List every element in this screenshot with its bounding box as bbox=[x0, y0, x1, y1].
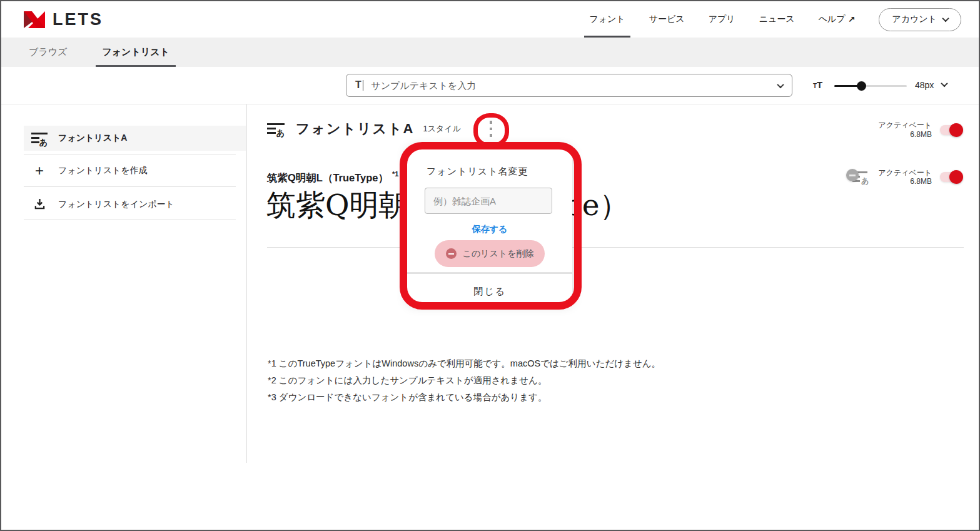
fontlist-name-input[interactable] bbox=[425, 188, 552, 214]
font-list-icon: あ bbox=[31, 131, 48, 145]
top-header: LETS フォント サービス アプリ ニュース ヘルプ ↗ アカウント bbox=[1, 1, 979, 38]
sidebar-separator bbox=[24, 186, 236, 187]
import-icon bbox=[31, 198, 48, 211]
nav-item-apps[interactable]: アプリ bbox=[707, 1, 737, 38]
font-activate-toggle[interactable] bbox=[940, 170, 963, 184]
activate-labels: アクティベート 6.8MB bbox=[878, 121, 932, 139]
font-size-controls: TT 48px bbox=[813, 67, 963, 104]
rename-title: フォントリスト名変更 bbox=[427, 166, 528, 178]
tab-browse[interactable]: ブラウズ bbox=[28, 38, 68, 67]
fontlist-header: あ フォントリストA 1スタイル bbox=[267, 119, 461, 138]
sidebar-item-label: フォントリストをインポート bbox=[58, 199, 174, 210]
activate-labels: アクティベート 6.8MB bbox=[878, 168, 932, 186]
chevron-down-icon bbox=[942, 15, 949, 22]
footnotes: *1 このTrueTypeフォントはWindowsのみで利用可能です。macOS… bbox=[268, 355, 660, 406]
sidebar-divider-line bbox=[246, 104, 247, 463]
footnote-line: *2 このフォントには入力したサンプルテキストが適用されません。 bbox=[268, 372, 660, 389]
sample-text-box[interactable]: T bbox=[346, 74, 792, 97]
close-button[interactable]: 閉じる bbox=[407, 280, 572, 303]
font-size-icon: TT bbox=[813, 79, 822, 91]
tab-bar: ブラウズ フォントリスト bbox=[1, 38, 979, 67]
file-size: 6.8MB bbox=[878, 177, 932, 186]
delete-list-label: このリストを削除 bbox=[463, 248, 534, 260]
font-size-slider[interactable] bbox=[834, 81, 907, 91]
sidebar-separator bbox=[24, 154, 236, 154]
fontlist-options-kebab-icon[interactable] bbox=[483, 117, 498, 141]
external-link-icon: ↗ bbox=[848, 14, 856, 24]
sidebar-item-create-fontlist[interactable]: + フォントリストを作成 bbox=[24, 158, 246, 183]
file-size: 6.8MB bbox=[878, 130, 932, 139]
fontlist-title: フォントリストA bbox=[296, 119, 415, 138]
account-button[interactable]: アカウント bbox=[879, 8, 961, 31]
sample-toolbar: T TT 48px bbox=[1, 67, 979, 104]
activate-label: アクティベート bbox=[878, 121, 932, 130]
nav-item-news[interactable]: ニュース bbox=[758, 1, 796, 38]
footnote-line: *3 ダウンロードできないフォントが含まれている場合があります。 bbox=[268, 389, 660, 406]
delete-list-button[interactable]: このリストを削除 bbox=[435, 240, 545, 267]
logo-text: LETS bbox=[53, 10, 103, 29]
font-activate-block: あ アクティベート 6.8MB bbox=[839, 168, 963, 186]
lets-logo[interactable]: LETS bbox=[24, 10, 103, 29]
footnote-ref: *1 bbox=[392, 170, 398, 178]
tab-fontlist[interactable]: フォントリスト bbox=[101, 38, 170, 67]
remove-from-list-icon[interactable]: あ bbox=[846, 168, 870, 186]
footnote-line: *1 このTrueTypeフォントはWindowsのみで利用可能です。macOS… bbox=[268, 355, 660, 372]
sidebar-item-import-fontlist[interactable]: フォントリストをインポート bbox=[24, 192, 246, 217]
plus-icon: + bbox=[31, 164, 48, 177]
sidebar-item-fontlist-a[interactable]: あ フォントリストA bbox=[24, 126, 246, 151]
content-area: あ フォントリストA + フォントリストを作成 フォントリストをインポート あ bbox=[1, 104, 979, 531]
size-chevron-down-icon[interactable] bbox=[941, 80, 947, 87]
font-list-icon: あ bbox=[267, 122, 285, 136]
nav-item-fonts[interactable]: フォント bbox=[588, 1, 626, 38]
font-row-divider bbox=[267, 247, 964, 248]
sidebar-separator bbox=[24, 220, 236, 220]
font-size-value: 48px bbox=[915, 80, 934, 90]
lets-logo-icon bbox=[24, 11, 45, 28]
fontlist-options-popup: フォントリスト名変更 保存する このリストを削除 閉じる bbox=[407, 145, 572, 303]
list-activate-block: アクティベート 6.8MB bbox=[864, 121, 963, 139]
slider-thumb[interactable] bbox=[857, 81, 866, 91]
nav-item-services[interactable]: サービス bbox=[648, 1, 686, 38]
list-activate-toggle[interactable] bbox=[940, 123, 963, 137]
style-count: 1スタイル bbox=[423, 123, 461, 134]
activate-label: アクティベート bbox=[878, 168, 932, 178]
sample-text-input[interactable] bbox=[371, 80, 778, 91]
sidebar-item-label: フォントリストA bbox=[58, 133, 127, 144]
font-name: 筑紫Q明朝L（TrueType）*1 bbox=[267, 170, 398, 185]
minus-circle-icon bbox=[446, 248, 457, 259]
sidebar-item-label: フォントリストを作成 bbox=[58, 165, 148, 176]
app-window: LETS フォント サービス アプリ ニュース ヘルプ ↗ アカウント ブラウズ… bbox=[0, 0, 980, 531]
account-label: アカウント bbox=[892, 14, 937, 25]
text-input-icon: T bbox=[355, 80, 363, 91]
save-button[interactable]: 保存する bbox=[407, 224, 572, 235]
main-nav: フォント サービス アプリ ニュース ヘルプ ↗ bbox=[588, 1, 856, 38]
nav-item-help[interactable]: ヘルプ ↗ bbox=[817, 1, 857, 38]
popup-divider bbox=[407, 273, 572, 273]
sample-chevron-down-icon[interactable] bbox=[777, 81, 784, 88]
